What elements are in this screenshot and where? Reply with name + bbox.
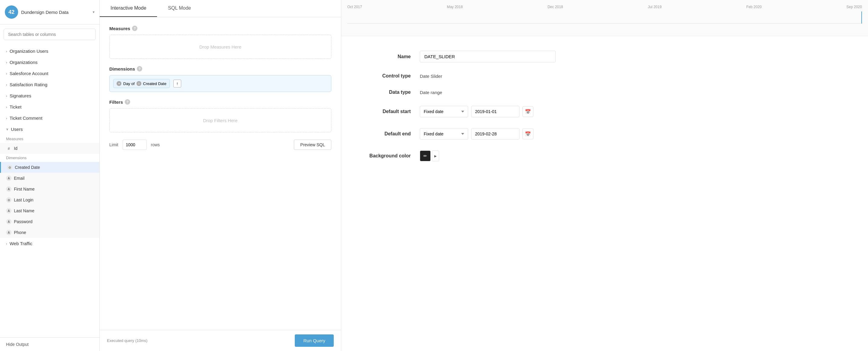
preview-sql-button[interactable]: Preview SQL [294,140,331,150]
name-row: Name [366,51,844,62]
pill-clock-icon: ⊙ [136,81,141,86]
measures-section-label: Measures [0,135,99,143]
measures-section: Measures ? [109,26,331,31]
limit-row: Limit rows Preview SQL [109,140,331,150]
sidebar-item-satisfaction-rating[interactable]: › Satisfaction Rating [0,79,99,90]
default-start-calendar-button[interactable]: 📅 [523,106,533,117]
chevron-right-icon: › [6,116,7,120]
dimensions-section: Dimensions ? [109,66,331,71]
tab-sql-mode[interactable]: SQL Mode [157,0,202,17]
name-input[interactable] [420,51,556,62]
chevron-right-icon: › [6,242,7,245]
sidebar-subitem-password[interactable]: A Password [0,216,99,227]
chart-baseline [347,23,862,24]
sidebar-item-organization-users[interactable]: › Organization Users [0,45,99,57]
name-label: Name [366,54,420,60]
chevron-right-icon: › [6,72,7,75]
sidebar-item-ticket-comment[interactable]: › Ticket Comment [0,112,99,124]
color-picker-group: ✏ ▶ [420,150,439,161]
app-logo: 42 [5,5,18,19]
default-end-row: Default end Fixed date Relative date No … [366,128,844,140]
measures-help-icon[interactable]: ? [132,26,137,31]
search-input[interactable] [4,29,96,40]
clock-icon: ⊙ [6,197,11,203]
chart-timeline: Oct 2017 May 2018 Dec 2018 Jul 2019 Feb … [347,5,862,9]
query-footer: Executed query (10ms) Run Query [100,330,341,351]
dimensions-help-icon[interactable]: ? [137,66,142,71]
background-color-label: Background color [366,153,420,159]
text-icon: A [6,230,11,235]
color-swatch[interactable]: ✏ [420,150,431,161]
number-icon: # [6,146,11,151]
color-expand-button[interactable]: ▶ [432,150,439,161]
default-end-select[interactable]: Fixed date Relative date No default [420,128,468,140]
filters-section: Filters ? [109,99,331,105]
timeline-label-5: Sep 2020 [846,5,862,9]
text-icon: A [6,186,11,192]
default-end-label: Default end [366,131,420,137]
data-type-label: Data type [366,90,420,95]
filters-help-icon[interactable]: ? [125,99,130,105]
sidebar-item-organizations[interactable]: › Organizations [0,57,99,68]
tabs-bar: Interactive Mode SQL Mode [100,0,341,17]
sidebar: 42 Dundersign Demo Data ▾ › Organization… [0,0,100,351]
chart-line [347,11,862,24]
sidebar-subitem-last-login[interactable]: ⊙ Last Login [0,195,99,205]
sidebar-subitem-email[interactable]: A Email [0,173,99,184]
filters-drop-zone[interactable]: Drop Filters Here [109,108,331,132]
text-icon: A [6,176,11,181]
default-start-group: Fixed date Relative date No default 📅 [420,106,533,117]
sort-button[interactable]: ↑ [173,80,181,87]
right-panel: Oct 2017 May 2018 Dec 2018 Jul 2019 Feb … [341,0,868,351]
sidebar-item-ticket[interactable]: › Ticket [0,101,99,112]
clock-icon: ⊙ [7,165,12,170]
sidebar-subitem-first-name[interactable]: A First Name [0,184,99,195]
limit-input[interactable] [123,140,147,150]
chevron-right-icon: › [6,61,7,64]
pill-prefix: Day of [123,81,135,86]
text-icon: A [6,219,11,224]
timeline-label-0: Oct 2017 [347,5,362,9]
hide-output-button[interactable]: Hide Output [0,338,99,351]
dimension-pill-created-date[interactable]: ▾ Day of ⊙ Created Date [113,79,170,88]
tab-interactive-mode[interactable]: Interactive Mode [100,0,157,17]
sidebar-header: 42 Dundersign Demo Data ▾ [0,0,99,25]
sidebar-item-web-traffic[interactable]: › Web Traffic [0,238,99,249]
chevron-right-icon: › [6,94,7,98]
default-end-group: Fixed date Relative date No default 📅 [420,128,533,140]
sidebar-subitem-created-date[interactable]: ⊙ Created Date [0,162,99,173]
dimensions-section-label: Dimensions [0,154,99,162]
limit-label: Limit [109,142,118,147]
chevron-right-icon: › [6,49,7,53]
timeline-label-4: Feb 2020 [746,5,762,9]
sidebar-item-users[interactable]: ∨ Users [0,124,99,135]
sidebar-item-salesforce-account[interactable]: › Salesforce Account [0,68,99,79]
text-icon: A [6,208,11,213]
sidebar-subitem-last-name[interactable]: A Last Name [0,205,99,216]
run-query-button[interactable]: Run Query [295,335,334,347]
sidebar-subitem-phone[interactable]: A Phone [0,227,99,238]
pill-field: Created Date [143,81,166,86]
timeline-label-2: Dec 2018 [548,5,563,9]
sidebar-subitem-id[interactable]: # Id [0,143,99,154]
measures-drop-zone[interactable]: Drop Measures Here [109,35,331,59]
timeline-label-3: Jul 2019 [648,5,661,9]
chart-indicator [861,11,862,24]
control-type-row: Control type Date Slider [366,73,844,79]
timeline-label-1: May 2018 [447,5,463,9]
default-start-date-input[interactable] [471,106,520,117]
query-builder: Measures ? Drop Measures Here Dimensions… [100,17,341,330]
rows-label: rows [151,142,160,147]
chevron-down-icon: ∨ [6,127,8,131]
dimensions-drop-zone[interactable]: ▾ Day of ⊙ Created Date ↑ [109,75,331,92]
app-dropdown-arrow[interactable]: ▾ [93,10,95,14]
default-end-date-input[interactable] [471,128,520,140]
control-form: Name Control type Date Slider Data type … [341,36,868,351]
default-end-calendar-button[interactable]: 📅 [523,129,533,139]
chevron-right-icon: › [6,83,7,86]
sidebar-item-signatures[interactable]: › Signatures [0,90,99,101]
default-start-row: Default start Fixed date Relative date N… [366,106,844,117]
default-start-select[interactable]: Fixed date Relative date No default [420,106,468,117]
executed-text: Executed query (10ms) [107,338,147,343]
control-type-label: Control type [366,73,420,79]
